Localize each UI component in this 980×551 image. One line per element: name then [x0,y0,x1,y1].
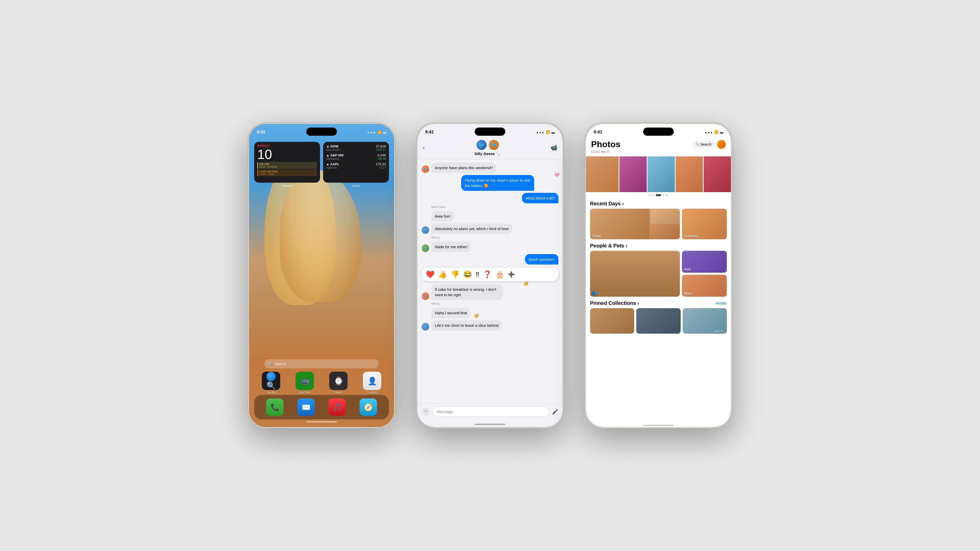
pinned-title: Pinned Collections › [590,300,639,306]
bubble-7: Quick question: [525,254,558,265]
search-label: Search [275,362,286,366]
dock-safari[interactable]: 🧭 [360,399,377,416]
featured-photo-5[interactable] [703,156,731,192]
tapback-8: 🥳 [523,281,528,286]
message-1: 🐦 Anyone have plans this weekend? [422,162,558,173]
heart-reaction: 🩷 [554,172,559,177]
recent-days-grid: Today Yesterday [590,209,727,239]
stock-sp-change: +80.48 [377,157,386,160]
bubble-container-2: Flying down to my sister's place to see … [461,175,558,191]
tapback-row[interactable]: ❤️ 👍 👎 😂 ‼️ ❓ 🎂 ➕ [422,268,558,281]
bubble-1: Anyone have plans this weekend? [431,162,496,173]
tapback-thumbsup[interactable]: 👍 [438,270,447,279]
recent-days-title: Recent Days › [590,201,624,206]
bubble-2: Flying down to my sister's place to see … [461,175,534,191]
status-icons-p1: ▲▲▲ 📶 ▬ [367,130,387,134]
avatar-msg10: 🐦 [422,323,429,330]
tapback-haha[interactable]: 😂 [463,270,472,279]
photos-header-right: 🔍 Search [692,140,726,149]
bubble-4: Aww fun! [431,211,454,221]
findmy-label: Find My [266,391,275,394]
tapback-custom[interactable]: ➕ [508,271,515,278]
people-side: Amit Maya [682,251,727,297]
tapback-exclaim[interactable]: ‼️ [476,270,479,279]
avatar-1: 🐦 [476,139,487,151]
stock-dow-price: 37,816 [375,144,386,148]
featured-photo-2[interactable] [619,156,647,192]
contacts-icon[interactable]: 👤 [363,372,381,390]
cal-date: 10 [257,148,317,161]
pinned-header: Pinned Collections › Modify [590,300,727,306]
tapback-9: 🥳 [474,313,479,318]
people-card-group[interactable]: 👥 [590,251,680,297]
tapback-thumbsdown[interactable]: 👎 [451,270,460,279]
phone-3-photos: 9:41 ▲▲▲ 📶 ▬ Photos 🔍 Search [584,122,732,429]
amit-card[interactable]: Amit [682,251,727,273]
modify-button[interactable]: Modify [716,301,727,305]
widgets-row: MONDAY 10 Site visit 10:15 – 10:45AM Lun… [254,142,389,183]
message-9: Haha I second that 🥳 [422,308,558,318]
dock-phone[interactable]: 📞 [266,399,283,416]
pinned-1[interactable] [590,308,634,333]
featured-photo-4[interactable] [676,156,703,192]
stock-aapl-name: Apple Inc. [326,166,337,169]
yesterday-card[interactable]: Yesterday [682,209,727,239]
mic-button[interactable]: 🎤 [552,409,558,415]
app-facetime[interactable]: 📹 FaceTime [296,372,314,394]
people-group-icons: 👥 [592,290,597,295]
tapback-cake[interactable]: 🎂 [495,270,504,279]
stock-dow-name: Dow Jones I... [326,148,342,151]
spotlight-search[interactable]: 🔍 Search [264,359,379,368]
message-input-bar: + iMessage 🎤 [417,403,563,423]
stock-aapl-price: 170.33 [375,162,386,166]
stock-sp-price: 5,036 [377,153,386,157]
message-8: 🐦 If cake for breakfast is wrong, I don'… [422,284,558,300]
avatar-msg8: 🐦 [422,292,429,300]
featured-photo-3[interactable] [648,156,675,192]
wifi-icon: 📶 [377,130,382,134]
message-2: Flying down to my sister's place to see … [422,175,558,191]
sender-will-2: Will Xu [431,302,558,305]
dock-music[interactable]: 🎵 [328,399,346,416]
app-contacts[interactable]: 👤 Contacts [363,372,381,394]
user-avatar-photos[interactable] [717,140,726,149]
add-attachment-button[interactable]: + [422,408,430,416]
facetime-icon[interactable]: 📹 [296,372,314,390]
dock-mail[interactable]: ✉️ [298,399,315,416]
photos-search-button[interactable]: 🔍 Search [692,141,714,148]
tapback-question[interactable]: ❓ [483,270,492,279]
calendar-widget[interactable]: MONDAY 10 Site visit 10:15 – 10:45AM Lun… [254,142,320,183]
app-findmy[interactable]: 🔍 Find My [262,372,280,394]
amit-label: Amit [684,268,691,271]
battery-icon-p3: ▬ [720,130,723,134]
bubble-3: What about y'all? [522,193,558,203]
pinned-3[interactable]: Meerut… [682,308,727,333]
findmy-icon[interactable]: 🔍 [262,372,280,390]
message-7: Quick question: [422,254,558,265]
bubble-container-8: If cake for breakfast is wrong, I don't … [431,284,527,300]
tapback-heart[interactable]: ❤️ [426,270,434,279]
featured-photo-1[interactable] [586,156,619,192]
message-4: Aww fun! [422,211,558,221]
maya-card[interactable]: Maya [682,275,727,297]
group-info[interactable]: 🐦 🐦 Silly Geese 🪿 [474,139,501,156]
phone-1-home: 9:41 ▲▲▲ 📶 ▬ MONDAY 10 Site visit 10:15 … [248,122,396,429]
app-dock: 📞 ✉️ 🎵 🧭 [254,395,389,419]
status-icons-p3: ▲▲▲ 📶 ▬ [704,130,723,134]
watch-icon[interactable]: ⌚ [329,372,348,390]
back-button[interactable]: ‹ [423,144,425,152]
bubble-6: Nada for me either! [431,241,471,252]
pinned-2[interactable] [636,308,680,333]
yesterday-label: Yesterday [684,234,698,238]
cal-event1-time: 10:15 – 10:45AM [259,165,315,168]
video-call-button[interactable]: 📹 [550,144,557,151]
stocks-widget[interactable]: ▲ DOW 37,816 Dow Jones I... +570.17 ▲ S&… [323,142,389,183]
message-input[interactable]: iMessage [432,407,549,416]
app-icons-row: 🔍 Find My 📹 FaceTime ⌚ Watch [254,372,389,394]
contacts-label: Contacts [367,391,377,394]
stock-sp-ticker: ▲ S&P 500 [326,153,344,157]
today-card[interactable]: Today [590,209,680,239]
cal-event2-time: 11AM – 12PM [259,173,315,176]
app-watch[interactable]: ⌚ Watch [329,372,348,394]
stocks-widget-label: Stocks [323,184,389,187]
